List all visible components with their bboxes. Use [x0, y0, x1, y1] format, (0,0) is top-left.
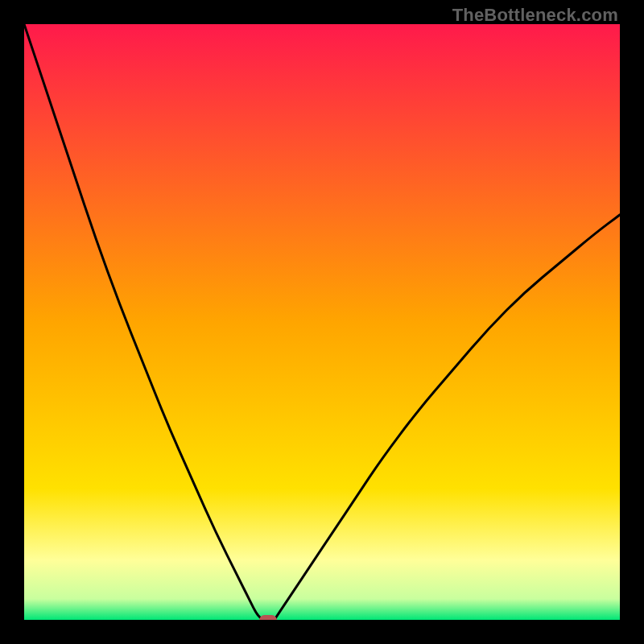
attribution-text: TheBottleneck.com	[452, 5, 618, 26]
bottleneck-curve	[24, 24, 620, 620]
plot-area	[24, 24, 620, 620]
optimal-marker	[259, 615, 277, 621]
chart-frame: TheBottleneck.com	[0, 0, 644, 644]
